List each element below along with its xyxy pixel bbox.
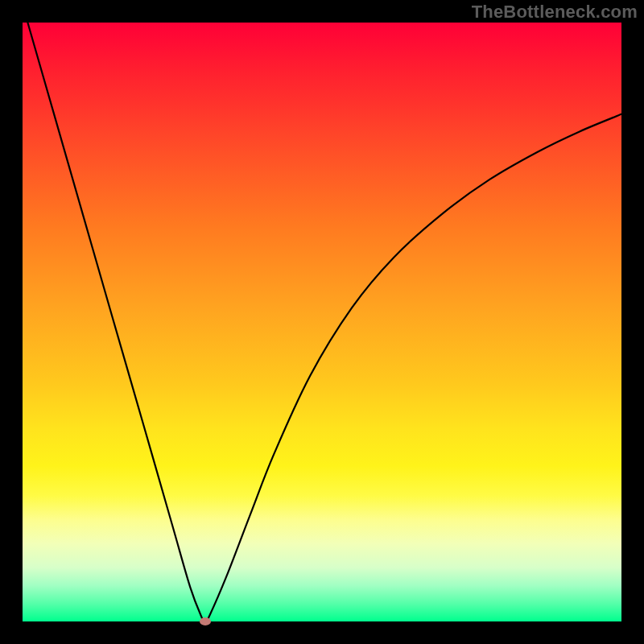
attribution-text: TheBottleneck.com: [472, 2, 638, 23]
minimum-marker: [200, 617, 211, 625]
bottleneck-curve: [23, 23, 621, 621]
chart-frame: TheBottleneck.com: [0, 0, 644, 644]
plot-area: [23, 23, 621, 621]
